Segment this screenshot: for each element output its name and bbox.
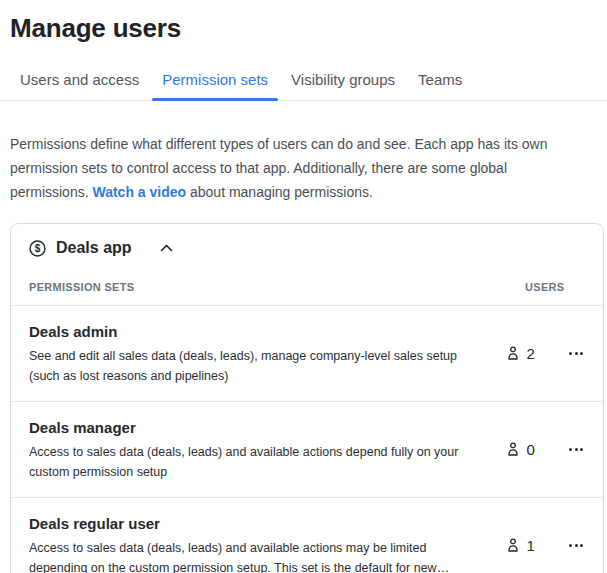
permission-set-row-deals-manager[interactable]: Deals manager Access to sales data (deal… <box>11 402 603 498</box>
row-actions <box>565 538 587 553</box>
person-icon <box>506 538 520 553</box>
tab-visibility-groups[interactable]: Visibility groups <box>281 65 405 100</box>
chevron-up-icon <box>160 244 173 252</box>
person-icon <box>506 346 520 361</box>
app-name-label: Deals app <box>56 239 132 257</box>
permission-set-row-deals-admin[interactable]: Deals admin See and edit all sales data … <box>11 306 603 402</box>
table-header-row: PERMISSION SETS USERS <box>11 257 603 306</box>
row-actions <box>565 442 587 457</box>
person-icon <box>506 442 520 457</box>
dollar-circle-icon: $ <box>29 240 46 257</box>
tabs: Users and access Permission sets Visibil… <box>10 65 607 100</box>
column-header-users: USERS <box>501 281 587 293</box>
collapse-section-button[interactable] <box>158 242 175 254</box>
watch-a-video-link[interactable]: Watch a video <box>92 184 186 200</box>
row-text: Deals manager Access to sales data (deal… <box>29 402 482 497</box>
column-header-permission-sets: PERMISSION SETS <box>29 281 501 293</box>
permission-set-name: Deals regular user <box>29 515 482 532</box>
permission-set-name: Deals manager <box>29 419 482 436</box>
page-title: Manage users <box>10 13 607 44</box>
svg-text:$: $ <box>35 243 41 254</box>
intro-text-after: about managing permissions. <box>186 184 373 200</box>
users-count: 0 <box>527 441 535 458</box>
deals-app-card: $ Deals app PERMISSION SETS USERS Deals … <box>10 223 604 573</box>
ellipsis-icon <box>569 352 583 355</box>
permission-set-name: Deals admin <box>29 323 482 340</box>
deals-app-header: $ Deals app <box>11 224 603 257</box>
users-count-cell: 0 <box>482 441 565 458</box>
users-count: 2 <box>527 345 535 362</box>
row-menu-button[interactable] <box>565 538 587 553</box>
row-text: Deals admin See and edit all sales data … <box>29 306 482 401</box>
tab-teams[interactable]: Teams <box>408 65 472 100</box>
row-menu-button[interactable] <box>565 442 587 457</box>
users-count-cell: 1 <box>482 537 565 554</box>
ellipsis-icon <box>569 544 583 547</box>
ellipsis-icon <box>569 448 583 451</box>
row-actions <box>565 346 587 361</box>
row-text: Deals regular user Access to sales data … <box>29 498 482 573</box>
permission-set-description: Access to sales data (deals, leads) and … <box>29 442 482 482</box>
permissions-intro-text: Permissions define what different types … <box>10 132 597 204</box>
permission-set-description: See and edit all sales data (deals, lead… <box>29 346 482 386</box>
permission-set-description: Access to sales data (deals, leads) and … <box>29 538 482 573</box>
users-count-cell: 2 <box>482 345 565 362</box>
users-count: 1 <box>527 537 535 554</box>
tab-permission-sets[interactable]: Permission sets <box>152 65 278 100</box>
tab-bar: Users and access Permission sets Visibil… <box>0 65 607 101</box>
tab-users-and-access[interactable]: Users and access <box>10 65 149 100</box>
row-menu-button[interactable] <box>565 346 587 361</box>
permission-set-row-deals-regular-user[interactable]: Deals regular user Access to sales data … <box>11 498 603 573</box>
